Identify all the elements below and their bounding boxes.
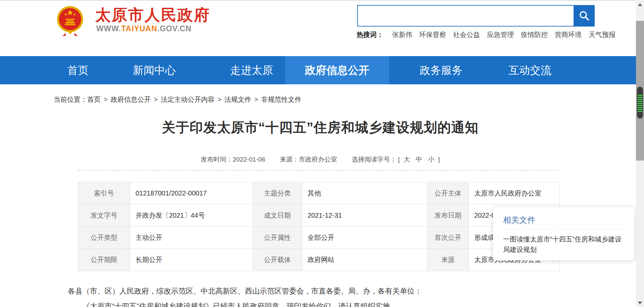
table-label: 公开载体 bbox=[253, 249, 302, 271]
related-documents-title: 相关文件 bbox=[503, 215, 535, 225]
table-label: 公开期限 bbox=[78, 249, 130, 271]
table-label: 公开类型 bbox=[78, 227, 130, 249]
article-meta: 发布时间：2022-01-06 来源：市政府办公室 选择阅读字号： [ 大 中 … bbox=[54, 155, 587, 164]
search-button[interactable] bbox=[574, 5, 595, 27]
table-value: 并政办发〔2021〕44号 bbox=[130, 205, 253, 227]
breadcrumb-separator: > bbox=[154, 96, 158, 103]
nav-item-news[interactable]: 新闻中心 bbox=[121, 56, 188, 84]
hot-search-label: 热搜词： bbox=[357, 30, 383, 39]
scroll-down-icon[interactable] bbox=[638, 302, 642, 304]
table-value: 2021-12-31 bbox=[302, 205, 427, 227]
hot-word-link[interactable]: 张新伟 bbox=[392, 30, 412, 39]
breadcrumb-statutory-content[interactable]: 法定主动公开内容 bbox=[161, 95, 214, 104]
dashed-divider bbox=[78, 170, 558, 171]
scrollbar-thumb[interactable] bbox=[636, 21, 644, 161]
document-info-table: 索引号 012187001/2022-00017 主题分类 其他 公开主体 太原… bbox=[78, 182, 559, 271]
nav-item-interaction[interactable]: 互动交流 bbox=[493, 56, 567, 84]
nav-item-info-disclosure[interactable]: 政府信息公开 bbox=[285, 56, 389, 84]
body-paragraph: 各县（市、区）人民政府，综改示范区、中北高新区、西山示范区管委会，市直各委、局、… bbox=[68, 286, 571, 297]
table-label: 发文字号 bbox=[78, 205, 130, 227]
table-label: 公开主体 bbox=[427, 182, 469, 205]
breadcrumb: 当前位置： 首页 > 政府信息公开 > 法定主动公开内容 > 法规文件 > 非规… bbox=[54, 95, 302, 104]
table-value: 其他 bbox=[302, 182, 427, 205]
hot-word-link[interactable]: 疫情防控 bbox=[521, 30, 548, 39]
search-icon bbox=[579, 10, 590, 21]
breadcrumb-label: 当前位置： bbox=[54, 95, 87, 104]
table-label: 公开属性 bbox=[253, 227, 302, 249]
nav-item-about[interactable]: 走进太原 bbox=[218, 56, 285, 84]
table-label: 发布日期 bbox=[427, 205, 469, 227]
nav-item-services[interactable]: 政务服务 bbox=[406, 56, 476, 84]
related-dashed-divider bbox=[499, 229, 628, 230]
fontsize-bracket: [ bbox=[398, 156, 400, 163]
table-value: 太原市人民政府办公室 bbox=[469, 182, 560, 205]
scroll-position-marker bbox=[637, 87, 643, 119]
table-label: 来源 bbox=[427, 249, 469, 271]
related-documents-popup: 相关文件 一图读懂太原市“十四五”住房和城乡建设局建设规划 bbox=[493, 207, 634, 260]
table-value: 政府网站 bbox=[302, 249, 427, 271]
url-prefix: WWW. bbox=[96, 24, 121, 33]
breadcrumb-home[interactable]: 首页 bbox=[87, 95, 101, 104]
hot-search-row: 热搜词： 张新伟 环保督察 社会公益 应急管理 疫情防控 营商环境 天气预报 bbox=[357, 30, 611, 39]
publish-time-label: 发布时间： bbox=[201, 156, 233, 163]
site-url: WWW.TAIYUAN.GOV.CN bbox=[96, 24, 192, 33]
main-navigation: 首页 新闻中心 走进太原 政府信息公开 政务服务 互动交流 bbox=[0, 56, 636, 84]
table-value: 主动公开 bbox=[130, 227, 253, 249]
fontsize-bracket: ] bbox=[438, 156, 440, 163]
site-header: 太原市人民政府 WWW.TAIYUAN.GOV.CN 热搜词： 张新伟 环保督察… bbox=[0, 1, 636, 56]
table-label: 主题分类 bbox=[253, 182, 302, 205]
hot-word-link[interactable]: 社会公益 bbox=[453, 30, 480, 39]
page: 太原市人民政府 WWW.TAIYUAN.GOV.CN 热搜词： 张新伟 环保督察… bbox=[0, 0, 644, 307]
breadcrumb-info-disclosure[interactable]: 政府信息公开 bbox=[111, 95, 151, 104]
fontsize-label: 选择阅读字号： bbox=[352, 156, 396, 163]
scroll-up-icon[interactable] bbox=[638, 3, 642, 6]
table-value: 012187001/2022-00017 bbox=[130, 182, 253, 205]
table-value: 长期公开 bbox=[130, 249, 253, 271]
breadcrumb-separator: > bbox=[217, 96, 221, 103]
breadcrumb-regulation-files[interactable]: 法规文件 bbox=[224, 95, 251, 104]
national-emblem-icon bbox=[56, 4, 85, 38]
nav-item-home[interactable]: 首页 bbox=[54, 56, 102, 84]
table-value: 全部公开 bbox=[302, 227, 427, 249]
hot-word-link[interactable]: 环保督察 bbox=[419, 30, 446, 39]
fontsize-small-button[interactable]: 小 bbox=[428, 156, 434, 163]
breadcrumb-separator: > bbox=[254, 96, 258, 103]
publish-time-value: 2022-01-06 bbox=[233, 156, 265, 163]
hot-word-link[interactable]: 应急管理 bbox=[487, 30, 514, 39]
body-paragraph: 《太原市“十四五”住房和城乡建设规划》已经市人民政府同意，现印发给你们，请认真组… bbox=[68, 301, 571, 307]
search-bar bbox=[357, 5, 595, 27]
vertical-scrollbar[interactable] bbox=[636, 0, 644, 307]
page-title: 关于印发太原市“十四五”住房和城乡建设规划的通知 bbox=[54, 118, 587, 137]
scroll-marker-stripes bbox=[638, 95, 642, 112]
search-input[interactable] bbox=[357, 5, 574, 27]
fontsize-large-button[interactable]: 大 bbox=[404, 156, 410, 163]
hot-word-link[interactable]: 营商环境 bbox=[555, 30, 582, 39]
breadcrumb-non-normative[interactable]: 非规范性文件 bbox=[261, 95, 302, 104]
site-title: 太原市人民政府 bbox=[95, 5, 210, 26]
source-value: 市政府办公室 bbox=[299, 156, 337, 163]
fontsize-medium-button[interactable]: 中 bbox=[416, 156, 422, 163]
table-label: 成文日期 bbox=[253, 205, 302, 227]
breadcrumb-separator: > bbox=[104, 96, 108, 103]
url-highlight: TAIYUAN bbox=[121, 24, 157, 33]
url-suffix: .GOV.CN bbox=[157, 24, 192, 33]
hot-word-link[interactable]: 天气预报 bbox=[589, 30, 615, 39]
table-label: 索引号 bbox=[78, 182, 130, 205]
source-label: 来源： bbox=[280, 156, 299, 163]
table-label: 首次公开 bbox=[427, 227, 469, 249]
related-document-link[interactable]: 一图读懂太原市“十四五”住房和城乡建设局建设规划 bbox=[503, 234, 625, 255]
